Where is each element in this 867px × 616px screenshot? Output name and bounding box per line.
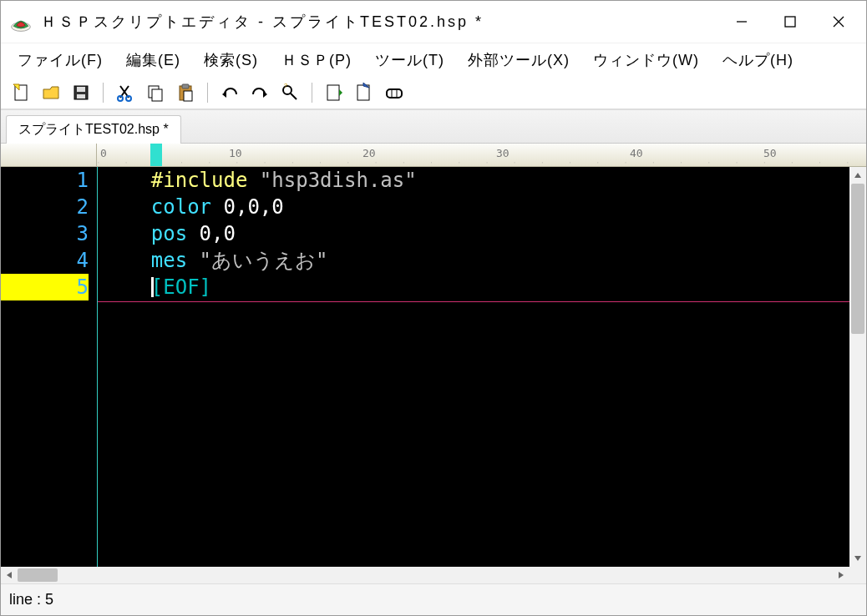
vertical-scrollbar[interactable] <box>849 167 866 567</box>
svg-text:?: ? <box>284 83 287 88</box>
toolbar-separator <box>312 83 312 103</box>
svg-marker-31 <box>854 173 861 178</box>
app-icon <box>9 10 33 33</box>
svg-rect-18 <box>184 91 192 101</box>
minimize-button[interactable] <box>717 4 766 39</box>
menu-window[interactable]: ウィンドウ(W) <box>581 45 711 75</box>
scroll-thumb[interactable] <box>851 184 864 334</box>
redo-icon[interactable] <box>246 80 273 105</box>
compile-icon[interactable] <box>321 80 347 105</box>
scroll-down-icon[interactable] <box>849 550 866 567</box>
svg-rect-15 <box>152 89 162 101</box>
ruler-mark: 10 <box>229 147 242 159</box>
line-number: 4 <box>1 247 89 274</box>
text-cursor <box>151 277 154 297</box>
editor-frame: 0 10 20 30 40 50 · · · · · · · · · · · ·… <box>1 143 866 583</box>
scroll-left-icon[interactable] <box>1 567 18 583</box>
svg-rect-24 <box>327 85 339 100</box>
line-number: 3 <box>1 220 89 247</box>
copy-icon[interactable] <box>142 80 169 105</box>
scroll-right-icon[interactable] <box>833 567 849 583</box>
svg-point-13 <box>126 96 131 101</box>
line-number: 2 <box>1 194 89 220</box>
menu-help[interactable]: ヘルプ(H) <box>711 45 805 75</box>
status-text: line : 5 <box>9 591 53 608</box>
save-file-icon[interactable] <box>68 80 94 105</box>
cut-icon[interactable] <box>112 80 139 105</box>
svg-line-22 <box>291 93 297 99</box>
tab-file[interactable]: スプライトTEST02.hsp * <box>6 115 181 144</box>
svg-marker-32 <box>854 556 861 561</box>
scroll-thumb[interactable] <box>18 568 58 582</box>
svg-rect-9 <box>77 94 85 98</box>
svg-rect-8 <box>77 87 85 92</box>
svg-rect-28 <box>387 89 402 98</box>
toolbar-separator <box>207 83 208 103</box>
line-number-gutter: 12345 <box>1 167 97 567</box>
exe-icon[interactable] <box>381 80 408 105</box>
horizontal-scrollbar[interactable] <box>1 567 866 583</box>
menubar: ファイル(F) 編集(E) 検索(S) ＨＳＰ(P) ツール(T) 外部ツール(… <box>1 43 866 76</box>
close-button[interactable] <box>814 4 863 39</box>
open-file-icon[interactable] <box>38 80 64 105</box>
menu-file[interactable]: ファイル(F) <box>6 45 114 75</box>
code-lines[interactable]: #include "hsp3dish.as" color 0,0,0 pos 0… <box>97 167 849 567</box>
window-title: ＨＳＰスクリプトエディタ - スプライトTEST02.hsp * <box>41 12 717 32</box>
ruler: 0 10 20 30 40 50 · · · · · · · · · · · ·… <box>1 144 866 167</box>
ruler-mark: 40 <box>630 147 643 159</box>
svg-rect-17 <box>182 84 189 88</box>
ruler-mark: 0 <box>100 147 107 159</box>
run-icon[interactable] <box>351 80 378 105</box>
svg-point-12 <box>118 96 123 101</box>
ruler-mark: 50 <box>763 147 777 159</box>
menu-search[interactable]: 検索(S) <box>192 45 270 75</box>
scroll-up-icon[interactable] <box>849 167 866 184</box>
svg-marker-33 <box>7 572 12 578</box>
eof-line-marker <box>98 301 849 302</box>
toolbar: ? <box>1 76 866 109</box>
ruler-mark: 20 <box>363 147 376 159</box>
svg-marker-25 <box>339 89 342 96</box>
paste-icon[interactable] <box>172 80 199 105</box>
code-line[interactable]: pos 0,0 <box>103 220 849 247</box>
toolbar-separator <box>103 83 104 103</box>
line-number: 5 <box>1 274 89 300</box>
menu-edit[interactable]: 編集(E) <box>114 45 192 75</box>
find-icon[interactable]: ? <box>276 80 303 105</box>
new-file-icon[interactable] <box>8 80 34 105</box>
line-number: 1 <box>1 167 89 194</box>
code-line[interactable]: #include "hsp3dish.as" <box>103 167 849 194</box>
menu-hsp[interactable]: ＨＳＰ(P) <box>270 45 363 75</box>
statusbar: line : 5 <box>1 583 866 615</box>
menu-tool[interactable]: ツール(T) <box>363 45 456 75</box>
code-line[interactable]: color 0,0,0 <box>103 194 849 220</box>
svg-marker-34 <box>839 572 844 578</box>
menu-external[interactable]: 外部ツール(X) <box>456 45 581 75</box>
code-editor[interactable]: 12345 #include "hsp3dish.as" color 0,0,0… <box>1 167 849 567</box>
tabstrip: スプライトTEST02.hsp * <box>1 109 866 143</box>
code-line[interactable]: [EOF] <box>103 274 849 300</box>
code-line[interactable]: mes "あいうえお" <box>103 247 849 274</box>
maximize-button[interactable] <box>766 4 814 39</box>
undo-icon[interactable] <box>216 80 243 105</box>
ruler-mark: 30 <box>496 147 510 159</box>
svg-rect-2 <box>785 17 795 27</box>
titlebar: ＨＳＰスクリプトエディタ - スプライトTEST02.hsp * <box>1 1 866 43</box>
